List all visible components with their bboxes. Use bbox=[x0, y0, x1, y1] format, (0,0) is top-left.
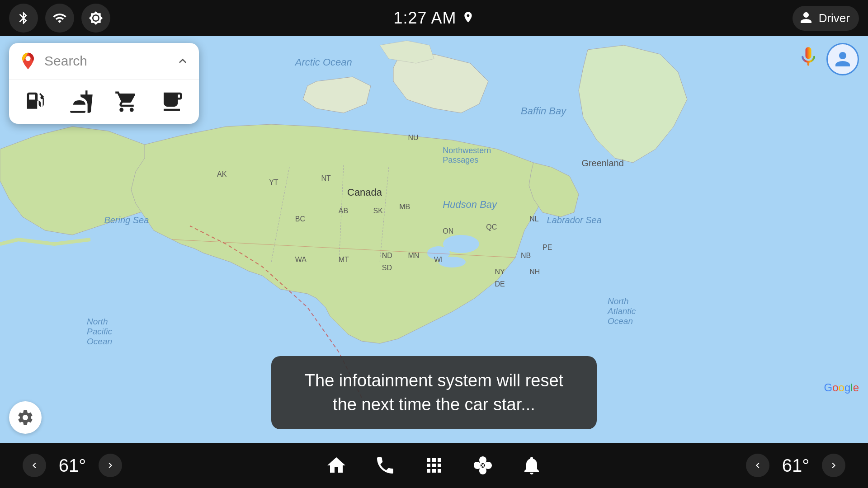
toast-message: The infotainment system will reset the n… bbox=[305, 371, 563, 414]
right-temp-section: 61° bbox=[723, 454, 868, 477]
quick-actions bbox=[9, 80, 199, 124]
left-arrow-icon-right bbox=[752, 460, 763, 471]
restaurant-button[interactable] bbox=[63, 86, 99, 117]
apps-icon bbox=[423, 455, 445, 476]
search-card: Search bbox=[9, 43, 199, 124]
left-arrow-icon bbox=[29, 460, 40, 471]
time-display: 1:27 AM bbox=[393, 9, 456, 28]
top-bar-center: 1:27 AM bbox=[393, 9, 474, 28]
left-temp-increase-button[interactable] bbox=[99, 454, 122, 477]
left-temp-section: 61° bbox=[0, 454, 145, 477]
restaurant-icon bbox=[69, 89, 94, 114]
phone-icon bbox=[374, 455, 396, 476]
phone-nav-button[interactable] bbox=[374, 455, 396, 476]
climate-nav-button[interactable] bbox=[472, 455, 494, 476]
settings-button[interactable] bbox=[9, 401, 42, 434]
right-temp-decrease-button[interactable] bbox=[746, 454, 769, 477]
home-icon bbox=[326, 455, 347, 476]
coffee-button[interactable] bbox=[154, 86, 190, 117]
gas-station-icon bbox=[24, 89, 48, 114]
bell-icon bbox=[521, 455, 542, 476]
driver-label: Driver bbox=[819, 11, 850, 25]
top-bar-controls bbox=[9, 4, 110, 33]
bluetooth-icon bbox=[16, 11, 31, 25]
driver-button[interactable]: Driver bbox=[793, 6, 859, 31]
left-temp-display: 61° bbox=[50, 455, 95, 476]
search-row[interactable]: Search bbox=[9, 43, 199, 80]
user-profile-button[interactable] bbox=[826, 43, 859, 75]
right-temp-display: 61° bbox=[773, 455, 818, 476]
bluetooth-button[interactable] bbox=[9, 4, 38, 33]
gas-station-button[interactable] bbox=[18, 86, 54, 117]
microphone-icon bbox=[797, 45, 820, 69]
driver-avatar-icon bbox=[798, 9, 814, 27]
maps-logo-icon bbox=[18, 51, 38, 71]
settings-icon bbox=[16, 408, 34, 427]
user-profile-icon bbox=[832, 48, 854, 70]
fan-icon bbox=[472, 455, 494, 476]
wifi-button[interactable] bbox=[45, 4, 74, 33]
right-arrow-icon bbox=[105, 460, 116, 471]
toast-notification: The infotainment system will reset the n… bbox=[271, 356, 597, 429]
wifi-icon bbox=[52, 11, 67, 25]
apps-nav-button[interactable] bbox=[423, 455, 445, 476]
coffee-icon bbox=[160, 89, 184, 114]
grocery-button[interactable] bbox=[108, 86, 145, 117]
top-bar-right: Driver bbox=[793, 6, 859, 31]
google-logo: Google bbox=[824, 381, 859, 394]
right-temp-increase-button[interactable] bbox=[822, 454, 845, 477]
brightness-button[interactable] bbox=[81, 4, 110, 33]
microphone-button[interactable] bbox=[794, 43, 823, 72]
bottom-nav bbox=[145, 455, 723, 476]
left-temp-decrease-button[interactable] bbox=[23, 454, 46, 477]
svg-point-8 bbox=[26, 56, 31, 61]
svg-point-3 bbox=[439, 257, 466, 267]
grocery-icon bbox=[114, 89, 139, 114]
brightness-icon bbox=[89, 11, 103, 25]
home-nav-button[interactable] bbox=[326, 455, 347, 476]
chevron-up-icon bbox=[175, 54, 190, 68]
search-placeholder: Search bbox=[44, 53, 175, 69]
location-icon bbox=[462, 11, 475, 25]
bottom-bar: 61° 61° bbox=[0, 443, 868, 488]
top-bar: 1:27 AM Driver bbox=[0, 0, 868, 36]
notifications-nav-button[interactable] bbox=[521, 455, 542, 476]
right-arrow-icon-right bbox=[828, 460, 839, 471]
